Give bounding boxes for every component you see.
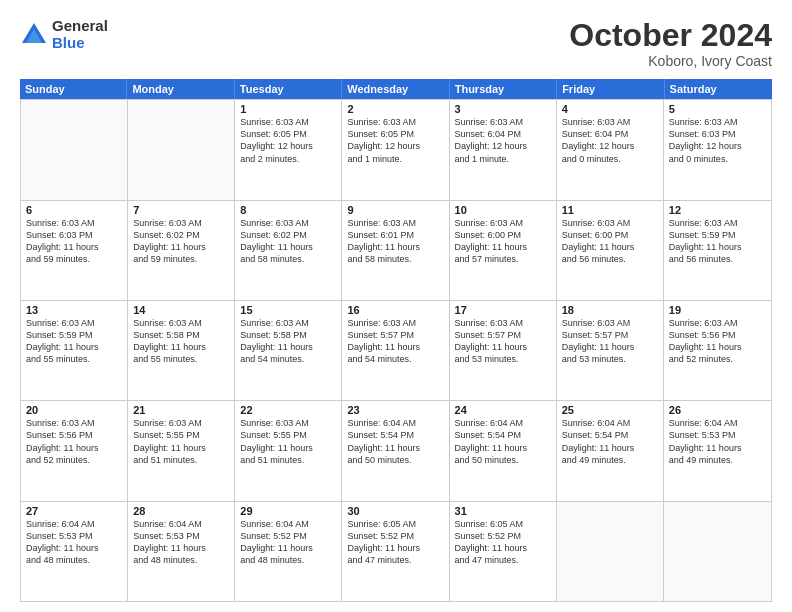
cell-info-line: and 59 minutes. [133, 253, 229, 265]
day-number: 17 [455, 304, 551, 316]
cell-info-line: and 0 minutes. [562, 153, 658, 165]
cell-info-line: Sunrise: 6:03 AM [26, 317, 122, 329]
cell-info-line: Daylight: 11 hours [347, 542, 443, 554]
cell-info-line: Sunrise: 6:04 AM [455, 417, 551, 429]
calendar-cell: 9Sunrise: 6:03 AMSunset: 6:01 PMDaylight… [342, 201, 449, 300]
logo: General Blue [20, 18, 108, 51]
cell-info-line: Sunset: 5:53 PM [669, 429, 766, 441]
calendar-cell: 10Sunrise: 6:03 AMSunset: 6:00 PMDayligh… [450, 201, 557, 300]
cell-info-line: Sunset: 6:02 PM [133, 229, 229, 241]
cell-info-line: Sunrise: 6:04 AM [240, 518, 336, 530]
calendar-cell: 7Sunrise: 6:03 AMSunset: 6:02 PMDaylight… [128, 201, 235, 300]
calendar-row-4: 20Sunrise: 6:03 AMSunset: 5:56 PMDayligh… [21, 400, 771, 500]
calendar-body: 1Sunrise: 6:03 AMSunset: 6:05 PMDaylight… [20, 99, 772, 602]
month-title: October 2024 [569, 18, 772, 53]
cell-info-line: Daylight: 11 hours [133, 542, 229, 554]
calendar-cell: 2Sunrise: 6:03 AMSunset: 6:05 PMDaylight… [342, 100, 449, 199]
cell-info-line: Sunrise: 6:03 AM [562, 217, 658, 229]
day-number: 19 [669, 304, 766, 316]
cell-info-line: Sunrise: 6:03 AM [669, 317, 766, 329]
day-number: 16 [347, 304, 443, 316]
cell-info-line: Sunset: 6:01 PM [347, 229, 443, 241]
cell-info-line: Daylight: 11 hours [455, 241, 551, 253]
cell-info-line: and 50 minutes. [455, 454, 551, 466]
cell-info-line: Sunset: 5:53 PM [133, 530, 229, 542]
cell-info-line: Daylight: 11 hours [562, 241, 658, 253]
cell-info-line: Sunset: 6:03 PM [26, 229, 122, 241]
cell-info-line: Daylight: 11 hours [240, 542, 336, 554]
cell-info-line: and 56 minutes. [562, 253, 658, 265]
cell-info-line: Sunrise: 6:04 AM [347, 417, 443, 429]
day-header-monday: Monday [127, 79, 234, 99]
cell-info-line: Sunset: 5:58 PM [240, 329, 336, 341]
cell-info-line: Daylight: 11 hours [133, 341, 229, 353]
cell-info-line: Daylight: 11 hours [669, 442, 766, 454]
subtitle: Koboro, Ivory Coast [569, 53, 772, 69]
calendar-cell: 11Sunrise: 6:03 AMSunset: 6:00 PMDayligh… [557, 201, 664, 300]
cell-info-line: Daylight: 12 hours [240, 140, 336, 152]
day-number: 22 [240, 404, 336, 416]
day-number: 26 [669, 404, 766, 416]
day-header-wednesday: Wednesday [342, 79, 449, 99]
calendar-cell: 1Sunrise: 6:03 AMSunset: 6:05 PMDaylight… [235, 100, 342, 199]
cell-info-line: Sunset: 6:04 PM [562, 128, 658, 140]
cell-info-line: and 49 minutes. [562, 454, 658, 466]
cell-info-line: and 48 minutes. [133, 554, 229, 566]
calendar-cell: 20Sunrise: 6:03 AMSunset: 5:56 PMDayligh… [21, 401, 128, 500]
cell-info-line: Sunset: 5:52 PM [455, 530, 551, 542]
cell-info-line: Sunset: 5:56 PM [669, 329, 766, 341]
cell-info-line: and 55 minutes. [133, 353, 229, 365]
page: General Blue October 2024 Koboro, Ivory … [0, 0, 792, 612]
cell-info-line: Sunrise: 6:03 AM [26, 217, 122, 229]
cell-info-line: Daylight: 11 hours [347, 241, 443, 253]
cell-info-line: and 51 minutes. [240, 454, 336, 466]
logo-blue: Blue [52, 35, 108, 52]
cell-info-line: Sunrise: 6:03 AM [455, 217, 551, 229]
logo-general: General [52, 18, 108, 35]
cell-info-line: Sunset: 6:00 PM [562, 229, 658, 241]
calendar-cell [664, 502, 771, 601]
cell-info-line: Sunset: 6:04 PM [455, 128, 551, 140]
cell-info-line: and 59 minutes. [26, 253, 122, 265]
cell-info-line: Sunset: 6:00 PM [455, 229, 551, 241]
cell-info-line: Sunset: 5:54 PM [562, 429, 658, 441]
day-number: 30 [347, 505, 443, 517]
cell-info-line: Sunset: 5:54 PM [455, 429, 551, 441]
calendar-cell [557, 502, 664, 601]
day-number: 23 [347, 404, 443, 416]
cell-info-line: Sunrise: 6:05 AM [347, 518, 443, 530]
cell-info-line: Daylight: 11 hours [26, 341, 122, 353]
cell-info-line: Daylight: 11 hours [455, 341, 551, 353]
calendar-cell: 24Sunrise: 6:04 AMSunset: 5:54 PMDayligh… [450, 401, 557, 500]
cell-info-line: Sunset: 6:05 PM [347, 128, 443, 140]
day-number: 28 [133, 505, 229, 517]
calendar-cell: 29Sunrise: 6:04 AMSunset: 5:52 PMDayligh… [235, 502, 342, 601]
cell-info-line: Sunrise: 6:03 AM [347, 317, 443, 329]
cell-info-line: Sunrise: 6:03 AM [240, 116, 336, 128]
cell-info-line: and 52 minutes. [669, 353, 766, 365]
cell-info-line: and 49 minutes. [669, 454, 766, 466]
cell-info-line: and 47 minutes. [347, 554, 443, 566]
cell-info-line: Sunset: 5:57 PM [347, 329, 443, 341]
cell-info-line: Sunrise: 6:03 AM [347, 116, 443, 128]
day-header-friday: Friday [557, 79, 664, 99]
cell-info-line: and 53 minutes. [455, 353, 551, 365]
cell-info-line: Sunset: 5:55 PM [133, 429, 229, 441]
cell-info-line: Daylight: 11 hours [562, 442, 658, 454]
calendar-header: SundayMondayTuesdayWednesdayThursdayFrid… [20, 79, 772, 99]
cell-info-line: Sunset: 6:02 PM [240, 229, 336, 241]
day-number: 14 [133, 304, 229, 316]
cell-info-line: Daylight: 11 hours [26, 442, 122, 454]
cell-info-line: and 58 minutes. [347, 253, 443, 265]
cell-info-line: Daylight: 11 hours [669, 341, 766, 353]
calendar-row-3: 13Sunrise: 6:03 AMSunset: 5:59 PMDayligh… [21, 300, 771, 400]
cell-info-line: and 56 minutes. [669, 253, 766, 265]
calendar-cell: 8Sunrise: 6:03 AMSunset: 6:02 PMDaylight… [235, 201, 342, 300]
cell-info-line: Daylight: 11 hours [347, 442, 443, 454]
cell-info-line: Daylight: 12 hours [669, 140, 766, 152]
header: General Blue October 2024 Koboro, Ivory … [20, 18, 772, 69]
cell-info-line: and 53 minutes. [562, 353, 658, 365]
day-number: 12 [669, 204, 766, 216]
cell-info-line: Sunset: 5:59 PM [26, 329, 122, 341]
cell-info-line: and 55 minutes. [26, 353, 122, 365]
